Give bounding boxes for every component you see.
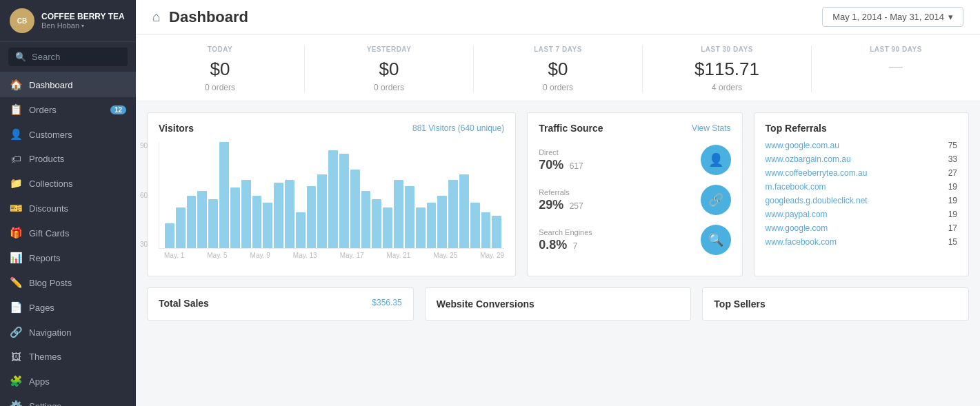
sidebar-item-label: Pages [29, 303, 126, 313]
sidebar-item-navigation[interactable]: 🔗 Navigation [0, 320, 136, 345]
collections-icon: 📁 [10, 177, 22, 190]
page-title: Dashboard [169, 8, 248, 26]
chart-bar [328, 150, 338, 248]
referral-link[interactable]: www.facebook.com [766, 237, 837, 247]
gift-cards-icon: 🎁 [10, 227, 22, 239]
top-grid-row: Visitors 881 Visitors (640 unique) 90603… [147, 112, 969, 276]
chart-bar [263, 203, 272, 248]
referral-link[interactable]: www.ozbargain.com.au [766, 154, 851, 164]
customers-icon: 👤 [10, 128, 22, 141]
view-stats-link[interactable]: View Stats [692, 123, 730, 133]
referral-link[interactable]: www.google.com.au [766, 141, 839, 150]
chart-bar [296, 212, 306, 248]
visitors-chart: 906030 May. 1May. 5May. 9May. 13May. 17M… [159, 142, 504, 266]
traffic-count: 257 [570, 201, 583, 211]
sidebar-item-dashboard[interactable]: 🏠 Dashboard [0, 72, 136, 97]
sidebar-item-settings[interactable]: ⚙️ Settings [0, 394, 136, 406]
sidebar-item-label: Products [29, 154, 126, 164]
traffic-icon-2: 🔍 [701, 225, 731, 255]
sidebar-item-gift-cards[interactable]: 🎁 Gift Cards [0, 221, 136, 245]
apps-icon: 🧩 [10, 375, 22, 387]
chart-bar [285, 180, 294, 249]
traffic-source-name: Search Engines [539, 228, 592, 236]
chart-bar [448, 180, 458, 249]
sidebar-item-label: Gift Cards [29, 228, 126, 238]
referral-link[interactable]: m.facebook.com [766, 182, 826, 192]
search-icon: 🔍 [15, 52, 26, 62]
visitors-title: Visitors [159, 123, 194, 134]
stat-value: $115.71 [643, 59, 811, 80]
blog-posts-icon: ✏️ [10, 276, 22, 289]
chart-bar [230, 187, 240, 248]
traffic-title: Traffic Source [539, 123, 603, 134]
referral-link[interactable]: www.paypal.com [766, 210, 828, 219]
referral-link[interactable]: www.coffeeberrytea.com.au [766, 168, 868, 178]
referral-link[interactable]: googleads.g.doubleclick.net [766, 196, 868, 205]
traffic-pct-row: 70% 617 [539, 158, 583, 172]
badge-orders: 12 [110, 105, 126, 114]
chart-bar [361, 191, 371, 248]
bottom-grid-row: Total Sales $356.35 Website Conversions … [147, 287, 969, 321]
reports-icon: 📊 [10, 252, 22, 264]
referrals-title: Top Referrals [766, 123, 957, 134]
chart-bar [252, 196, 262, 248]
total-sales-title: Total Sales [159, 298, 209, 309]
sidebar-item-orders[interactable]: 📋 Orders 12 [0, 97, 136, 122]
stat-period-label: YESTERDAY [305, 45, 473, 53]
sidebar-nav: 🏠 Dashboard 📋 Orders 12 👤 Customers 🏷 Pr… [0, 72, 136, 406]
settings-icon: ⚙️ [10, 400, 22, 406]
traffic-source-direct: Direct 70% 617 👤 [539, 145, 730, 175]
sidebar-item-discounts[interactable]: 🎫 Discounts [0, 196, 136, 221]
sidebar-item-apps[interactable]: 🧩 Apps [0, 369, 136, 394]
stat-last-7-days: LAST 7 DAYS $0 0 orders [474, 45, 643, 92]
date-range-button[interactable]: May 1, 2014 - May 31, 2014 ▾ [822, 7, 963, 27]
stat-period-label: LAST 90 DAYS [812, 45, 980, 53]
chart-bar [187, 196, 197, 248]
referral-link[interactable]: www.google.com [766, 223, 828, 233]
y-axis-label: 30 [140, 241, 148, 248]
chart-bar [307, 186, 317, 248]
referral-count: 15 [948, 237, 957, 247]
sidebar-item-products[interactable]: 🏷 Products [0, 147, 136, 171]
sidebar-item-collections[interactable]: 📁 Collections [0, 171, 136, 196]
sidebar-item-label: Discounts [29, 203, 126, 214]
chart-bar [176, 207, 186, 248]
referral-count: 17 [948, 223, 957, 233]
referral-row: www.google.com 17 [766, 223, 957, 233]
chart-bar [219, 142, 229, 248]
sidebar-brand[interactable]: CB COFFEE BERRY TEA Ben Hoban ▾ [0, 0, 136, 42]
sidebar-item-pages[interactable]: 📄 Pages [0, 295, 136, 320]
brand-avatar: CB [10, 8, 34, 33]
sidebar-item-label: Orders [29, 105, 103, 115]
website-conv-title: Website Conversions [437, 298, 534, 309]
chart-bar [274, 183, 283, 248]
sidebar-item-label: Apps [29, 376, 126, 387]
traffic-pct-row: 29% 257 [539, 198, 583, 212]
sidebar-item-themes[interactable]: 🖼 Themes [0, 345, 136, 369]
traffic-count: 7 [573, 241, 578, 251]
main-content-area: ⌂ Dashboard May 1, 2014 - May 31, 2014 ▾… [136, 0, 980, 406]
sidebar-item-label: Collections [29, 179, 126, 189]
chart-bar [372, 199, 381, 248]
x-axis-label: May. 1 [164, 252, 184, 259]
x-axis-labels: May. 1May. 5May. 9May. 13May. 17May. 21M… [159, 252, 504, 259]
chart-bar [492, 216, 501, 248]
stat-period-label: LAST 7 DAYS [474, 45, 642, 53]
x-axis-label: May. 5 [207, 252, 227, 259]
traffic-pct: 29% [539, 198, 563, 212]
top-sellers-title: Top Sellers [714, 298, 765, 309]
referral-row: www.ozbargain.com.au 33 [766, 154, 957, 164]
sidebar-item-customers[interactable]: 👤 Customers [0, 122, 136, 147]
search-button[interactable]: 🔍 Search [8, 48, 128, 66]
top-referrals-card: Top Referrals www.google.com.au 75 www.o… [754, 112, 969, 276]
referral-count: 33 [948, 154, 957, 164]
pages-icon: 📄 [10, 301, 22, 314]
sidebar-item-blog-posts[interactable]: ✏️ Blog Posts [0, 270, 136, 295]
referral-row: googleads.g.doubleclick.net 19 [766, 196, 957, 205]
sidebar-item-reports[interactable]: 📊 Reports [0, 245, 136, 270]
navigation-icon: 🔗 [10, 326, 22, 338]
traffic-source-search-engines: Search Engines 0.8% 7 🔍 [539, 225, 730, 255]
referral-row: www.coffeeberrytea.com.au 27 [766, 168, 957, 178]
chart-bar [427, 203, 437, 248]
stat-value: $0 [474, 59, 642, 80]
